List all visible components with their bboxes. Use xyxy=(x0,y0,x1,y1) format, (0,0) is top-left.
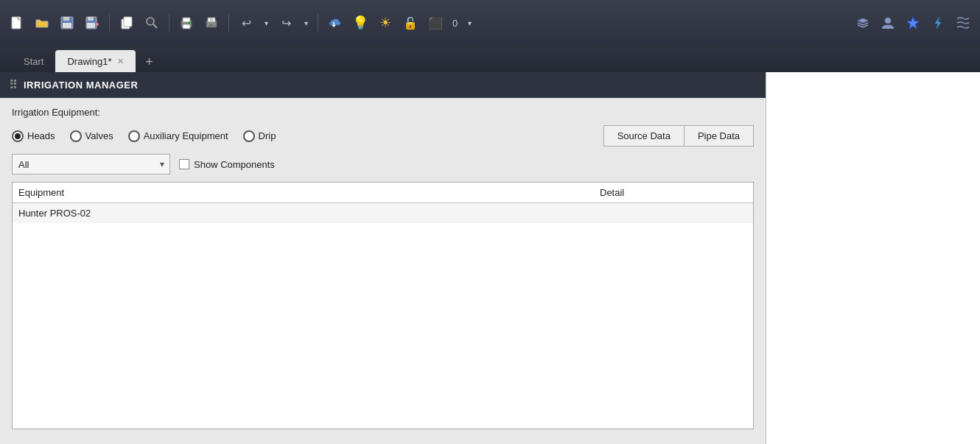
svg-point-13 xyxy=(189,22,191,24)
rect-button[interactable]: ⬛ xyxy=(424,12,447,34)
source-data-button[interactable]: Source Data xyxy=(603,125,684,147)
redo-button[interactable]: ↪ xyxy=(275,12,297,34)
filter-select-wrapper: All xyxy=(12,154,170,175)
redo-dropdown[interactable]: ▾ xyxy=(300,12,312,34)
radio-valves-circle xyxy=(70,130,82,142)
tab-drawing1-close[interactable]: ✕ xyxy=(117,57,124,66)
copy-button[interactable] xyxy=(116,12,138,34)
show-components-box xyxy=(179,159,189,169)
tab-drawing1[interactable]: Drawing1* ✕ xyxy=(55,50,136,72)
sun-button[interactable]: ☀ xyxy=(374,12,396,34)
print-button[interactable] xyxy=(175,12,197,34)
radio-heads[interactable]: Heads xyxy=(12,130,55,142)
filter-select[interactable]: All xyxy=(12,154,170,175)
new-button[interactable] xyxy=(6,12,28,34)
equipment-table: Equipment Detail Hunter PROS-02 xyxy=(12,182,754,429)
table-row[interactable]: Hunter PROS-02 xyxy=(13,203,753,223)
radio-auxiliary[interactable]: Auxiliary Equipment xyxy=(128,130,228,142)
counter-dropdown[interactable]: ▾ xyxy=(463,12,475,34)
svg-rect-2 xyxy=(63,17,69,21)
action-buttons: Source Data Pipe Data xyxy=(603,125,754,147)
tab-drawing1-label: Drawing1* xyxy=(67,56,111,67)
panel-title: IRRIGATION MANAGER xyxy=(24,80,138,91)
counter-display: 0 xyxy=(449,18,461,29)
tabs-bar: Start Drawing1* ✕ + xyxy=(0,46,980,72)
radio-drip[interactable]: Drip xyxy=(243,130,276,142)
undo-button[interactable]: ↩ xyxy=(235,12,257,34)
fx-button[interactable] xyxy=(902,12,924,34)
table-header: Equipment Detail xyxy=(13,183,753,203)
panel-content: Irrigation Equipment: Heads Valves xyxy=(0,98,766,444)
canvas-area xyxy=(766,72,980,444)
radio-drip-circle xyxy=(243,130,255,142)
radio-heads-label: Heads xyxy=(27,130,55,141)
irrigation-panel: ⠿ IRRIGATION MANAGER Irrigation Equipmen… xyxy=(0,72,766,444)
panel-header: ⠿ IRRIGATION MANAGER xyxy=(0,72,766,98)
radio-valves[interactable]: Valves xyxy=(70,130,113,142)
toolbar: ↩ ▾ ↪ ▾ 💡 ☀ 🔓 ⬛ 0 ▾ xyxy=(0,0,980,46)
cell-detail-0 xyxy=(600,208,747,219)
radio-heads-circle xyxy=(12,130,24,142)
separator-2 xyxy=(169,14,169,32)
zoom-button[interactable] xyxy=(141,12,163,34)
radio-auxiliary-circle xyxy=(128,130,140,142)
layers-button[interactable] xyxy=(852,12,874,34)
equipment-label: Irrigation Equipment: xyxy=(12,107,754,118)
svg-rect-12 xyxy=(183,24,190,29)
bolt-button[interactable] xyxy=(927,12,949,34)
radio-group: Heads Valves Auxiliary Equipment xyxy=(12,130,276,142)
svg-rect-15 xyxy=(208,18,215,22)
open-button[interactable] xyxy=(31,12,53,34)
controls-row: All Show Components xyxy=(12,154,754,175)
undo-dropdown[interactable]: ▾ xyxy=(260,12,272,34)
svg-rect-11 xyxy=(183,18,190,22)
tab-start-label: Start xyxy=(24,56,43,67)
lock-button[interactable]: 🔓 xyxy=(399,12,421,34)
column-detail-header: Detail xyxy=(600,187,747,198)
save-as-button[interactable] xyxy=(81,12,103,34)
show-components-label: Show Components xyxy=(194,159,275,170)
separator-1 xyxy=(109,14,110,32)
cell-equipment-0: Hunter PROS-02 xyxy=(18,208,600,219)
user-button[interactable] xyxy=(877,12,899,34)
lines-button[interactable] xyxy=(952,12,974,34)
svg-rect-5 xyxy=(88,17,94,21)
publish-button[interactable] xyxy=(200,12,223,34)
separator-3 xyxy=(228,14,229,32)
main-area: ⠿ IRRIGATION MANAGER Irrigation Equipmen… xyxy=(0,72,980,444)
separator-4 xyxy=(318,14,318,32)
cloud-button[interactable] xyxy=(324,12,346,34)
pipe-data-button[interactable]: Pipe Data xyxy=(684,125,754,147)
svg-rect-6 xyxy=(87,23,95,28)
bulb-button[interactable]: 💡 xyxy=(349,12,371,34)
svg-rect-3 xyxy=(63,23,71,28)
radio-valves-label: Valves xyxy=(85,130,113,141)
radio-auxiliary-label: Auxiliary Equipment xyxy=(144,130,228,141)
tab-start[interactable]: Start xyxy=(12,50,55,72)
save-button[interactable] xyxy=(56,12,78,34)
panel-drag-handle: ⠿ xyxy=(9,78,19,92)
svg-rect-8 xyxy=(124,17,132,27)
show-components-checkbox[interactable]: Show Components xyxy=(179,159,275,170)
radio-drip-label: Drip xyxy=(259,130,276,141)
svg-point-16 xyxy=(885,18,891,24)
column-equipment-header: Equipment xyxy=(18,187,600,198)
radio-and-buttons-row: Heads Valves Auxiliary Equipment xyxy=(12,125,754,147)
tab-add-button[interactable]: + xyxy=(139,52,159,72)
